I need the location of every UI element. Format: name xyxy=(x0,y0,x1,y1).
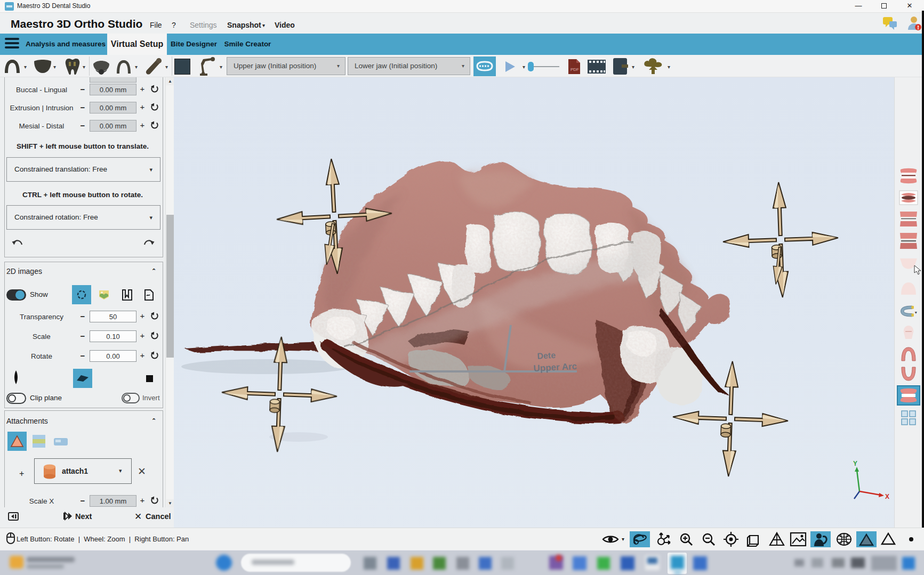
svg-text:X: X xyxy=(885,493,889,500)
svg-text:PDF: PDF xyxy=(571,67,579,72)
svg-text:Y: Y xyxy=(853,460,857,467)
svg-text:Dete: Dete xyxy=(537,351,556,361)
svg-text:▾: ▾ xyxy=(915,310,918,315)
